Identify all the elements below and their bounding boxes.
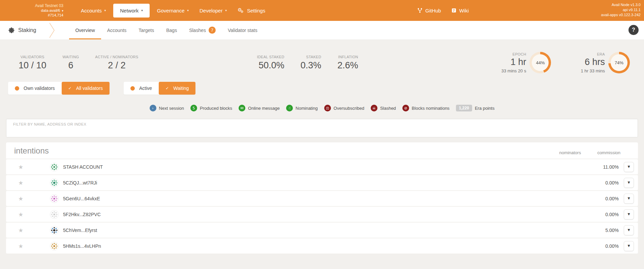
tab-overview[interactable]: Overview [69, 21, 101, 39]
era-points-badge: 1,220 [456, 105, 472, 111]
legend-label: Produced blocks [200, 106, 232, 111]
tab-bags[interactable]: Bags [160, 21, 183, 39]
tab-targets[interactable]: Targets [132, 21, 160, 39]
tab-overview-label: Overview [75, 28, 95, 33]
expand-row-button[interactable]: ▼ [624, 194, 634, 204]
expand-row-button[interactable]: ▼ [624, 178, 634, 188]
main-nav: Accounts▾ Network▾ Governance▾ Developer… [75, 0, 271, 21]
tab-validator-stats[interactable]: Validator stats [222, 21, 264, 39]
era-label: ERA [581, 52, 605, 56]
blocked-icon: ⊘ [402, 105, 409, 111]
validator-row[interactable]: ★ 5HMs1s...4vLHPn 0.00% ▼ [6, 238, 638, 254]
staking-stats-group: IDEAL STAKED 50.0% STAKED 0.3% INFLATION… [257, 55, 358, 71]
toggle-label: All validators [76, 86, 103, 91]
expand-row-button[interactable]: ▼ [624, 241, 634, 251]
summary-section: VALIDATORS 10 / 10 WAITING 6 ACTIVE / NO… [0, 39, 644, 76]
stat-inflation: INFLATION 2.6% [337, 55, 358, 71]
legend-nominating: ☝ Nominating [286, 105, 318, 111]
github-link[interactable]: GitHub [417, 8, 441, 13]
favorite-star-icon[interactable]: ★ [18, 179, 26, 186]
table-columns: nominators commission [545, 149, 620, 156]
legend-label: Nominating [296, 106, 318, 111]
epoch-progress-donut: 44% [529, 52, 551, 73]
nav-network[interactable]: Network▾ [113, 4, 150, 18]
chevron-down-icon: ▾ [62, 9, 63, 12]
intentions-table: intentions nominators commission ★ STASH… [6, 142, 638, 254]
filter-section [6, 119, 638, 137]
favorite-star-icon[interactable]: ★ [18, 195, 26, 202]
validator-stats-group: VALIDATORS 10 / 10 WAITING 6 ACTIVE / NO… [19, 55, 138, 71]
validator-name: 5HMs1s...4vLHPn [63, 243, 101, 249]
book-icon [451, 8, 457, 13]
legend-label: Era points [475, 106, 495, 111]
column-nominators: nominators [559, 150, 581, 155]
legend-next-session: › Next session [150, 105, 184, 111]
wiki-link[interactable]: Wiki [451, 8, 469, 13]
caret-down-icon: ▼ [628, 244, 630, 247]
favorite-star-icon[interactable]: ★ [18, 243, 26, 249]
tab-slashes-label: Slashes [189, 28, 206, 33]
tab-accounts[interactable]: Accounts [101, 21, 133, 39]
toggle-label: Waiting [173, 86, 189, 91]
era-progress-donut: 74% [608, 52, 630, 73]
stat-value: 10 / 10 [19, 60, 47, 71]
identicon [50, 178, 59, 187]
toggle-own-validators[interactable]: Own validators [8, 82, 62, 95]
legend-era-points: 1,220 Era points [456, 105, 495, 111]
validator-row[interactable]: ★ STASH ACCOUNT 11.00% ▼ [6, 159, 638, 174]
toggle-all-validators[interactable]: ✓ All validators [62, 82, 110, 95]
block-count-icon: 5 [190, 105, 197, 111]
validators-status-toggle: Active ✓ Waiting [124, 82, 195, 95]
api-version: api v9.11.1 [601, 7, 641, 12]
tab-slashes[interactable]: Slashes 7 [183, 21, 222, 39]
expand-row-button[interactable]: ▼ [624, 162, 634, 172]
stat-label: WAITING [63, 55, 79, 59]
identicon [50, 242, 59, 250]
tab-bags-label: Bags [166, 28, 177, 33]
toggle-active[interactable]: Active [124, 82, 159, 95]
tab-targets-label: Targets [139, 28, 154, 33]
toggle-label: Active [139, 86, 152, 91]
stat-label: ACTIVE / NOMINATORS [95, 55, 138, 59]
nav-network-label: Network [120, 8, 139, 13]
identicon [50, 210, 59, 219]
validator-row[interactable]: ★ 5F2Hkv...Z82PVC 0.00% ▼ [6, 207, 638, 222]
epoch-remaining: 33 mins 20 s [501, 68, 526, 73]
epoch-timer: EPOCH 1 hr 33 mins 20 s 44% [501, 52, 551, 73]
stat-value: 50.0% [257, 60, 284, 71]
validator-row[interactable]: ★ 5CZiQJ...wt7RJi 0.00% ▼ [6, 175, 638, 190]
filter-input[interactable] [6, 119, 638, 137]
expand-row-button[interactable]: ▼ [624, 209, 634, 220]
nav-developer[interactable]: Developer▾ [194, 4, 232, 17]
stat-waiting: WAITING 6 [63, 55, 79, 71]
wiki-label: Wiki [459, 8, 469, 13]
skull-icon: ☠ [371, 105, 377, 111]
chain-selector[interactable]: Avail Testnet 03 data-avail/6▾ #714,714 [13, 3, 63, 18]
app-title-label: Staking [18, 27, 36, 33]
validator-name: 5ChVem...Efyrst [63, 228, 97, 233]
hand-icon: ☝ [286, 105, 293, 111]
check-icon: ✓ [165, 86, 169, 91]
nav-accounts[interactable]: Accounts▾ [75, 4, 111, 17]
nav-governance[interactable]: Governance▾ [152, 4, 194, 17]
stat-label: IDEAL STAKED [257, 55, 284, 59]
validator-row[interactable]: ★ 5ChVem...Efyrst 5.00% ▼ [6, 223, 638, 238]
legend-slashed: ☠ Slashed [371, 105, 396, 111]
app-title: Staking [8, 21, 36, 39]
favorite-star-icon[interactable]: ★ [18, 227, 26, 234]
validator-row[interactable]: ★ 5Gen6U...64vkxE 0.00% ▼ [6, 191, 638, 206]
identicon [50, 194, 59, 203]
chain-endpoint-label: data-avail/6 [41, 8, 60, 12]
nav-settings[interactable]: ⚙⚙ Settings [232, 4, 271, 17]
commission-value: 11.00% [603, 164, 619, 170]
toggle-waiting[interactable]: ✓ Waiting [159, 82, 195, 95]
help-button[interactable]: ? [628, 25, 639, 35]
chain-endpoint[interactable]: data-avail/6▾ [13, 8, 63, 13]
stat-value: 0.3% [301, 60, 321, 71]
favorite-star-icon[interactable]: ★ [18, 211, 26, 218]
stat-active-nominators: ACTIVE / NOMINATORS 2 / 2 [95, 55, 138, 71]
expand-row-button[interactable]: ▼ [624, 225, 634, 235]
legend-online-message: ✉ Online message [239, 105, 280, 111]
favorite-star-icon[interactable]: ★ [18, 164, 26, 170]
stat-label: VALIDATORS [19, 55, 47, 59]
